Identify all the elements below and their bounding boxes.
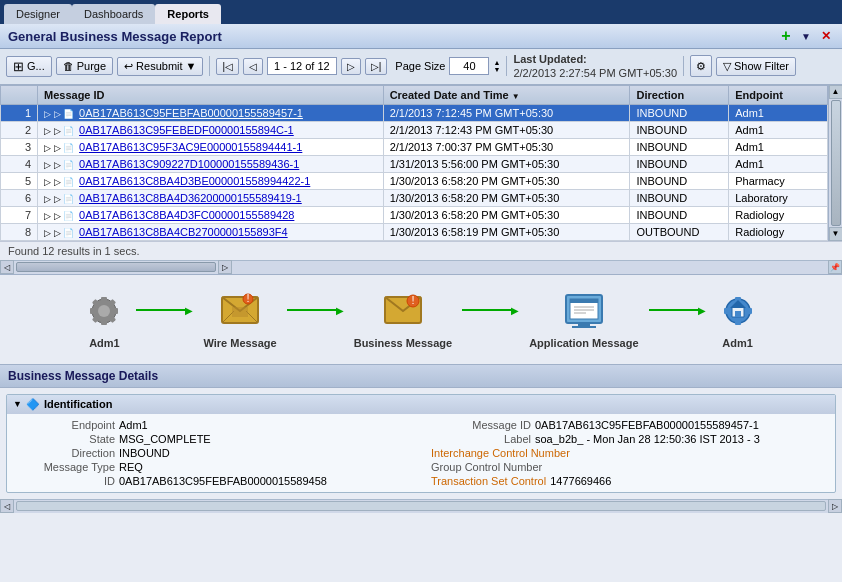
svg-text:!: ! xyxy=(411,294,414,306)
tab-reports[interactable]: Reports xyxy=(155,4,221,24)
filter-icon: ▽ xyxy=(723,60,731,73)
message-id-link[interactable]: 0AB17AB613C8BA4D3FC00000155589428 xyxy=(79,209,294,221)
table-row[interactable]: 2 ▷ ▷ 📄 0AB17AB613C95FEBEDF00000155894C-… xyxy=(1,121,828,138)
adm1-start-icon xyxy=(82,289,126,333)
table-container: Message ID Created Date and Time ▼ Direc… xyxy=(0,85,842,275)
cell-num: 8 xyxy=(1,223,38,240)
cell-id[interactable]: ▷ ▷ 📄 0AB17AB613C909227D100000155589436-… xyxy=(38,155,384,172)
table-row[interactable]: 4 ▷ ▷ 📄 0AB17AB613C909227D10000015558943… xyxy=(1,155,828,172)
table-row[interactable]: 6 ▷ ▷ 📄 0AB17AB613C8BA4D3620000015558941… xyxy=(1,189,828,206)
cell-id[interactable]: ▷ ▷ 📄 0AB17AB613C8BA4D36200000155589419-… xyxy=(38,189,384,206)
row-icons: ▷ ▷ 📄 xyxy=(44,126,74,136)
adm1-start-label: Adm1 xyxy=(89,337,120,349)
svg-rect-2 xyxy=(101,297,107,303)
details-scroll-right[interactable]: ▷ xyxy=(828,499,842,513)
svg-rect-3 xyxy=(101,319,107,325)
fields-right: Message ID 0AB17AB613C95FEBFAB0000015558… xyxy=(431,418,827,488)
scroll-left-btn[interactable]: ◁ xyxy=(0,260,14,274)
message-id-link[interactable]: 0AB17AB613C8BA4D3BE000001558994422-1 xyxy=(79,175,310,187)
details-h-scrollbar[interactable]: ◁ ▷ xyxy=(0,499,842,513)
message-id-link[interactable]: 0AB17AB613C95FEBFAB00000155589457-1 xyxy=(79,107,303,119)
page-size-input[interactable] xyxy=(449,57,489,75)
table-row[interactable]: 8 ▷ ▷ 📄 0AB17AB613C8BA4CB2700000155893F4… xyxy=(1,223,828,240)
adm1-end-icon xyxy=(716,289,760,333)
resubmit-dropdown-icon[interactable]: ▼ xyxy=(186,60,197,72)
col-endpoint[interactable]: Endpoint xyxy=(729,85,828,104)
page-size-label: Page Size xyxy=(395,60,445,72)
close-icon[interactable]: ✕ xyxy=(818,28,834,44)
cell-direction: INBOUND xyxy=(630,121,729,138)
nav-last-button[interactable]: ▷| xyxy=(365,58,388,75)
flow-node-adm1-end: Adm1 xyxy=(716,289,760,349)
message-id-link[interactable]: 0AB17AB613C909227D100000155589436-1 xyxy=(79,158,299,170)
tab-dashboards[interactable]: Dashboards xyxy=(72,4,155,24)
collapse-icon[interactable]: ▼ xyxy=(13,399,22,409)
cell-id[interactable]: ▷ ▷ 📄 0AB17AB613C95FEBEDF00000155894C-1 xyxy=(38,121,384,138)
settings-button[interactable]: ⚙ xyxy=(690,55,712,77)
cell-num: 4 xyxy=(1,155,38,172)
show-filter-button[interactable]: ▽ Show Filter xyxy=(716,57,796,76)
details-scroll-left[interactable]: ◁ xyxy=(0,499,14,513)
table-row[interactable]: 1 ▷ ▷ 📄 0AB17AB613C95FEBFAB0000015558945… xyxy=(1,104,828,121)
scroll-right-btn[interactable]: ▷ xyxy=(218,260,232,274)
table-row[interactable]: 5 ▷ ▷ 📄 0AB17AB613C8BA4D3BE0000015589944… xyxy=(1,172,828,189)
cell-id[interactable]: ▷ ▷ 📄 0AB17AB613C8BA4CB2700000155893F4 xyxy=(38,223,384,240)
scroll-thumb[interactable] xyxy=(831,100,841,226)
separator3 xyxy=(683,56,684,76)
message-id-link[interactable]: 0AB17AB613C95F3AC9E00000155894441-1 xyxy=(79,141,302,153)
field-state: State MSG_COMPLETE xyxy=(15,432,411,446)
nav-next-button[interactable]: ▷ xyxy=(341,58,361,75)
purge-button[interactable]: 🗑 Purge xyxy=(56,57,113,75)
svg-rect-4 xyxy=(90,308,96,314)
nav-first-button[interactable]: |◁ xyxy=(216,58,239,75)
scroll-down-btn[interactable]: ▼ xyxy=(829,227,843,241)
cell-id[interactable]: ▷ ▷ 📄 0AB17AB613C95F3AC9E00000155894441-… xyxy=(38,138,384,155)
table-h-scrollbar[interactable]: ◁ ▷ 📌 xyxy=(0,260,842,274)
page-size-spinner[interactable]: ▲▼ xyxy=(493,59,500,73)
cell-id[interactable]: ▷ ▷ 📄 0AB17AB613C8BA4D3BE000001558994422… xyxy=(38,172,384,189)
menu-icon[interactable]: ▼ xyxy=(798,28,814,44)
last-updated: Last Updated: 2/2/2013 2:27:54 PM GMT+05… xyxy=(513,52,677,81)
field-message-id: Message ID 0AB17AB613C95FEBFAB0000015558… xyxy=(431,418,827,432)
separator xyxy=(209,56,210,76)
title-icons: + ▼ ✕ xyxy=(778,28,834,44)
svg-text:!: ! xyxy=(247,292,250,304)
cell-endpoint: Adm1 xyxy=(729,155,828,172)
table-status: Found 12 results in 1 secs. xyxy=(0,241,842,260)
message-id-link[interactable]: 0AB17AB613C8BA4CB2700000155893F4 xyxy=(79,226,288,238)
scroll-corner: 📌 xyxy=(828,260,842,274)
resubmit-button[interactable]: ↩ Resubmit ▼ xyxy=(117,57,203,76)
col-date[interactable]: Created Date and Time ▼ xyxy=(383,85,630,104)
details-scroll-thumb[interactable] xyxy=(16,501,826,511)
table-row[interactable]: 7 ▷ ▷ 📄 0AB17AB613C8BA4D3FC0000015558942… xyxy=(1,206,828,223)
cell-date: 1/31/2013 5:56:00 PM GMT+05:30 xyxy=(383,155,630,172)
col-message-id[interactable]: Message ID xyxy=(38,85,384,104)
wire-message-icon: ! xyxy=(218,289,262,333)
cell-num: 2 xyxy=(1,121,38,138)
table-scrollbar[interactable]: ▲ ▼ xyxy=(828,85,842,241)
main-content: General Business Message Report + ▼ ✕ ⊞ … xyxy=(0,24,842,582)
identification-section: ▼ 🔷 Identification Endpoint Adm1 State M… xyxy=(6,394,836,493)
flow-arrow-3: ▶ xyxy=(462,305,519,316)
cell-endpoint: Adm1 xyxy=(729,121,828,138)
grid-button[interactable]: ⊞ G... xyxy=(6,56,52,77)
row-icons: ▷ ▷ 📄 xyxy=(44,211,74,221)
section-body: Endpoint Adm1 State MSG_COMPLETE Directi… xyxy=(7,414,835,492)
tab-designer[interactable]: Designer xyxy=(4,4,72,24)
message-id-link[interactable]: 0AB17AB613C8BA4D36200000155589419-1 xyxy=(79,192,302,204)
flow-arrow-1: ▶ xyxy=(136,305,193,316)
cell-id[interactable]: ▷ ▷ 📄 0AB17AB613C8BA4D3FC00000155589428 xyxy=(38,206,384,223)
scroll-up-btn[interactable]: ▲ xyxy=(829,85,843,99)
message-id-link[interactable]: 0AB17AB613C95FEBEDF00000155894C-1 xyxy=(79,124,294,136)
cell-date: 1/30/2013 6:58:20 PM GMT+05:30 xyxy=(383,206,630,223)
toolbar: ⊞ G... 🗑 Purge ↩ Resubmit ▼ |◁ ◁ 1 - 12 … xyxy=(0,49,842,85)
add-icon[interactable]: + xyxy=(778,28,794,44)
nav-prev-button[interactable]: ◁ xyxy=(243,58,263,75)
cell-date: 1/30/2013 6:58:20 PM GMT+05:30 xyxy=(383,172,630,189)
scroll-h-thumb[interactable] xyxy=(16,262,216,272)
cell-id[interactable]: ▷ ▷ 📄 0AB17AB613C95FEBFAB00000155589457-… xyxy=(38,104,384,121)
flow-node-adm1-start: Adm1 xyxy=(82,289,126,349)
field-group: Group Control Number xyxy=(431,460,827,474)
col-direction[interactable]: Direction xyxy=(630,85,729,104)
table-row[interactable]: 3 ▷ ▷ 📄 0AB17AB613C95F3AC9E0000015589444… xyxy=(1,138,828,155)
